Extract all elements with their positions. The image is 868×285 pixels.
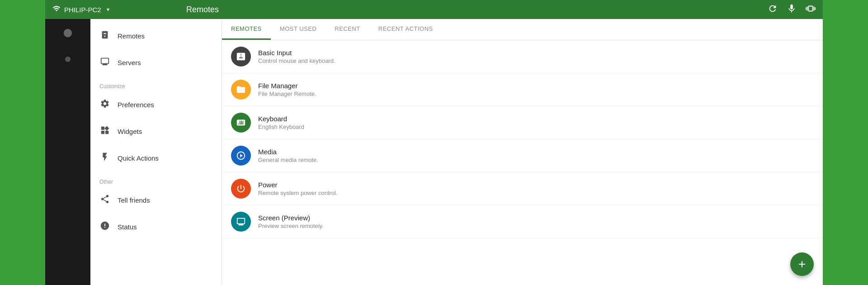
status-icon — [99, 221, 110, 233]
share-icon — [99, 194, 110, 206]
nav-servers-label: Servers — [118, 59, 141, 66]
dropdown-icon[interactable]: ▾ — [107, 6, 109, 13]
keyboard-info: Keyboard English Keyboard — [258, 115, 304, 130]
nav-item-widgets[interactable]: Widgets — [90, 118, 222, 145]
remote-item-basic-input[interactable]: Basic Input Control mouse and keyboard. — [222, 40, 823, 73]
power-icon — [231, 179, 251, 199]
left-background — [0, 0, 45, 285]
tab-recent-actions[interactable]: RECENT ACTIONS — [369, 19, 442, 40]
nav-status-label: Status — [118, 223, 137, 231]
vibrate-icon[interactable] — [806, 4, 816, 16]
file-manager-info: File Manager File Manager Remote. — [258, 82, 316, 97]
customize-section-label: Customize — [90, 76, 222, 91]
bolt-icon — [99, 152, 110, 164]
basic-input-icon — [231, 47, 251, 66]
file-manager-icon — [231, 80, 251, 100]
file-manager-name: File Manager — [258, 82, 316, 90]
other-section-label: Other — [90, 171, 222, 187]
top-bar-title: Remotes — [179, 5, 768, 14]
fab-add[interactable]: + — [790, 252, 814, 276]
screen-preview-name: Screen (Preview) — [258, 214, 324, 222]
keyboard-icon — [231, 113, 251, 133]
widgets-icon — [99, 125, 110, 138]
nav-tell-friends-label: Tell friends — [118, 196, 150, 204]
power-desc: Remote system power control. — [258, 190, 338, 196]
file-manager-desc: File Manager Remote. — [258, 90, 316, 97]
monitor-icon — [99, 57, 110, 69]
right-background — [823, 0, 868, 285]
remote-list: Basic Input Control mouse and keyboard. … — [222, 40, 823, 285]
nav-drawer: Remotes Servers Customize Preferences — [90, 19, 222, 285]
basic-input-name: Basic Input — [258, 49, 335, 57]
wifi-icon — [52, 5, 61, 14]
media-info: Media General media remote. — [258, 148, 318, 163]
nav-item-remotes[interactable]: Remotes — [90, 23, 222, 49]
nav-item-servers[interactable]: Servers — [90, 49, 222, 76]
remote-item-media[interactable]: Media General media remote. — [222, 139, 823, 172]
tab-recent[interactable]: RECENT — [326, 19, 369, 40]
nav-item-status[interactable]: Status — [90, 214, 222, 240]
media-name: Media — [258, 148, 318, 156]
remote-item-power[interactable]: Power Remote system power control. — [222, 172, 823, 205]
refresh-icon[interactable] — [768, 4, 778, 16]
nav-item-tell-friends[interactable]: Tell friends — [90, 187, 222, 214]
svg-point-1 — [65, 57, 71, 62]
sidebar-dark — [45, 19, 90, 285]
nav-item-quick-actions[interactable]: Quick Actions — [90, 145, 222, 171]
nav-widgets-label: Widgets — [118, 128, 142, 135]
screen-preview-desc: Preview screen remotely. — [258, 223, 324, 229]
tab-most-used[interactable]: MOST USED — [271, 19, 326, 40]
tab-remotes[interactable]: REMOTES — [222, 19, 271, 40]
main-content: Remotes Servers Customize Preferences — [45, 19, 823, 285]
device-name: PHILIP-PC2 — [64, 6, 101, 14]
remote-item-screen-preview[interactable]: Screen (Preview) Preview screen remotely… — [222, 205, 823, 238]
remote-icon — [99, 30, 110, 42]
top-bar-actions — [768, 4, 816, 16]
screen-preview-info: Screen (Preview) Preview screen remotely… — [258, 214, 324, 229]
basic-input-desc: Control mouse and keyboard. — [258, 57, 335, 64]
keyboard-name: Keyboard — [258, 115, 304, 123]
device-frame: PHILIP-PC2 ▾ Remotes — [45, 0, 823, 285]
nav-quick-actions-label: Quick Actions — [118, 154, 159, 162]
remote-item-file-manager[interactable]: File Manager File Manager Remote. — [222, 73, 823, 106]
mic-icon[interactable] — [787, 4, 797, 16]
nav-remotes-label: Remotes — [118, 32, 145, 40]
media-icon — [231, 146, 251, 166]
top-bar: PHILIP-PC2 ▾ Remotes — [45, 0, 823, 19]
remote-item-keyboard[interactable]: Keyboard English Keyboard — [222, 106, 823, 139]
sidebar-dark-circle2 — [64, 54, 72, 66]
tabs-bar: REMOTES MOST USED RECENT RECENT ACTIONS — [222, 19, 823, 40]
media-desc: General media remote. — [258, 157, 318, 163]
basic-input-info: Basic Input Control mouse and keyboard. — [258, 49, 335, 64]
sidebar-dark-circle — [63, 28, 73, 41]
power-name: Power — [258, 181, 338, 189]
top-bar-left: PHILIP-PC2 ▾ — [52, 5, 179, 14]
svg-point-0 — [64, 29, 72, 37]
power-info: Power Remote system power control. — [258, 181, 338, 196]
nav-preferences-label: Preferences — [118, 101, 154, 109]
keyboard-desc: English Keyboard — [258, 124, 304, 130]
gear-icon — [99, 99, 110, 111]
nav-item-preferences[interactable]: Preferences — [90, 91, 222, 118]
screen-preview-icon — [231, 212, 251, 232]
main-panel: REMOTES MOST USED RECENT RECENT ACTIONS … — [222, 19, 823, 285]
